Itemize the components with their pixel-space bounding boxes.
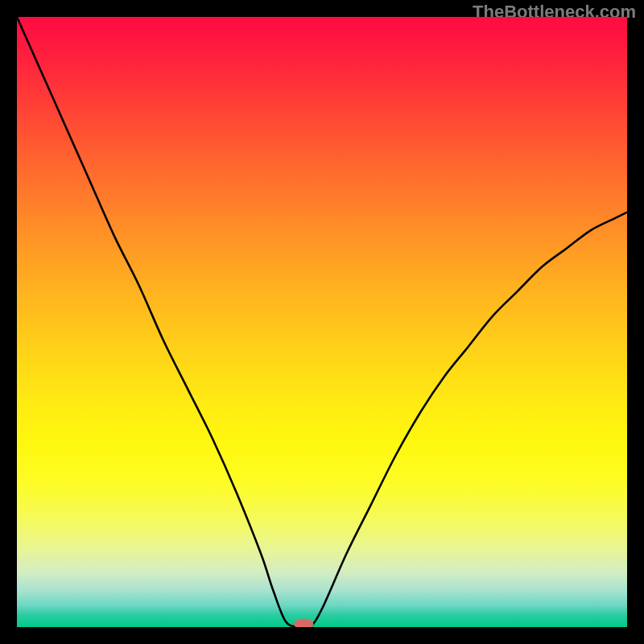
chart-frame: TheBottleneck.com	[0, 0, 644, 644]
plot-area	[17, 17, 627, 627]
optimal-point-marker	[294, 618, 313, 627]
curve-layer	[17, 17, 627, 627]
bottleneck-curve	[17, 17, 627, 627]
